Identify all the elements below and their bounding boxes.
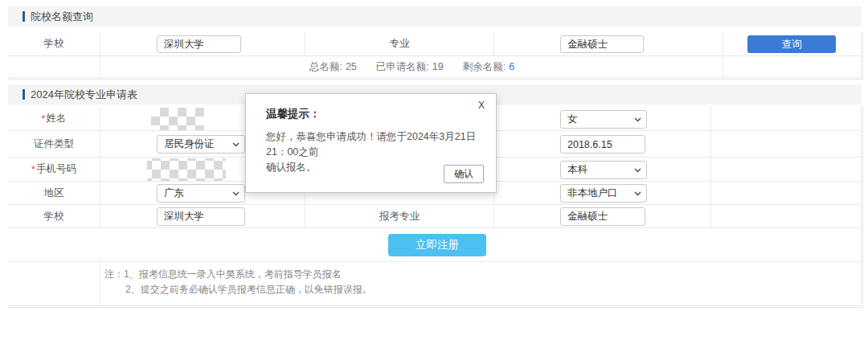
education-select-value: 本科 [567,163,588,177]
chevron-down-icon [232,191,240,196]
phone-label: 手机号码 [36,162,76,176]
region-label-cell: 地区 [8,182,100,205]
quota-stats: 总名额:25 已申请名额:19 剩余名额:6 [100,56,723,78]
id-type-select-value: 居民身份证 [164,137,215,151]
form-r1-right-cell [711,107,862,131]
stats-empty-left-cell [8,56,100,78]
section-accent-bar [23,89,25,100]
page: 院校名额查询 学校 专业 查询 总名额:25 已申请名额:19 剩余名额:6 2… [0,0,868,344]
form-r2-right-cell [711,131,862,158]
education-select[interactable]: 本科 [560,161,647,179]
id-type-label-cell: 证件类型 [8,131,100,158]
phone-required-mark: * [31,164,35,175]
dialog-title: 温馨提示： [266,107,321,121]
chevron-down-icon [634,117,641,122]
stats-empty-right-cell [723,56,862,78]
tip-dialog: X 温馨提示： 您好，恭喜您申请成功！请您于2024年3月21日21：00之前 … [245,93,497,193]
chevron-down-icon [634,168,641,173]
total-quota-value: 25 [346,61,357,72]
remaining-quota-value: 6 [509,61,514,72]
query-school-label-cell: 学校 [8,32,100,56]
application-form-section-title: 2024年院校专业申请表 [31,88,137,102]
close-icon[interactable]: X [478,100,485,111]
id-type-label: 证件类型 [34,137,74,151]
note-line-2: 2、提交之前务必确认学员报考信息正确，以免错报误报。 [125,282,747,297]
birth-date-input[interactable] [560,135,645,154]
phone-label-cell: *手机号码 [8,158,100,182]
form-school-input[interactable] [157,207,245,226]
apply-major-label: 报考专业 [379,210,420,223]
quota-query-section-title: 院校名额查询 [31,10,93,24]
id-type-select[interactable]: 居民身份证 [157,135,245,154]
applied-quota-label: 已申请名额: [376,61,429,72]
form-school-label: 学校 [44,210,64,223]
applied-quota-value: 19 [432,61,444,72]
chevron-down-icon [634,191,641,196]
notes: 注：1、报考信息统一录入中昊系统，考前指导学员报名 2、提交之前务必确认学员报考… [104,267,747,297]
query-major-input[interactable] [560,35,644,53]
name-label: 姓名 [46,112,66,125]
quota-query-section-header: 院校名额查询 [8,6,862,27]
apply-major-input[interactable] [560,207,645,226]
remaining-quota: 剩余名额:6 [463,60,514,74]
apply-major-label-cell: 报考专业 [305,205,494,228]
chevron-down-icon [232,142,240,147]
note-line-1: 注：1、报考信息统一录入中昊系统，考前指导学员报名 [104,267,747,282]
query-school-label: 学校 [44,37,64,51]
remaining-quota-label: 剩余名额: [463,61,506,72]
form-r3-right-cell [711,158,862,182]
region-select[interactable]: 广东 [157,184,245,203]
dialog-message-line-1: 您好，恭喜您申请成功！请您于2024年3月21日21：00之前 [266,129,487,160]
query-major-label: 专业 [390,37,410,51]
section-accent-bar [23,11,25,22]
phone-redacted-mosaic [147,158,226,181]
register-button[interactable]: 立即注册 [388,234,486,256]
applied-quota: 已申请名额:19 [376,60,444,74]
total-quota-label: 总名额: [309,61,342,72]
residence-select-value: 非本地户口 [567,186,618,200]
form-school-label-cell: 学校 [8,205,100,228]
total-quota: 总名额:25 [309,60,357,74]
gender-select-value: 女 [567,113,578,126]
name-redacted-mosaic [151,108,204,130]
confirm-button[interactable]: 确认 [444,165,484,183]
region-select-value: 广东 [164,186,184,200]
residence-select[interactable]: 非本地户口 [560,184,647,203]
region-label: 地区 [44,186,64,200]
form-r5-right-cell [711,205,862,228]
name-label-cell: *姓名 [8,107,100,131]
query-school-input[interactable] [157,35,241,53]
name-required-mark: * [42,113,46,125]
query-button[interactable]: 查询 [747,35,836,53]
gender-select[interactable]: 女 [560,110,647,129]
form-r4-right-cell [711,182,862,205]
query-major-label-cell: 专业 [305,32,494,56]
notes-empty-cell [8,262,100,306]
